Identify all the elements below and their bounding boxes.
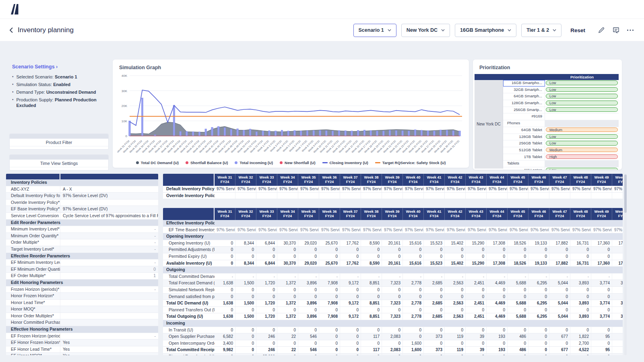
value-cell[interactable]: - [382, 274, 403, 280]
value-cell[interactable]: 15,290 [466, 240, 487, 247]
value-cell[interactable]: 5,688 [508, 300, 528, 306]
value-cell[interactable]: 0 [277, 294, 298, 300]
value-cell[interactable]: 0 [319, 247, 340, 253]
value-cell[interactable]: 0 [445, 287, 466, 293]
value-cell[interactable]: 0 [549, 327, 570, 333]
product-name-cell[interactable]: 32GB Smartph... [503, 87, 545, 93]
value-cell[interactable]: 0 [340, 327, 361, 333]
value-cell[interactable]: 546 [298, 347, 319, 353]
value-cell[interactable]: 25,670 [319, 240, 340, 247]
value-cell[interactable]: 0 [340, 340, 361, 347]
value-cell[interactable]: 0 [528, 354, 549, 355]
value-cell[interactable] [382, 193, 403, 199]
value-cell[interactable]: 97% Servi... [487, 186, 508, 192]
value-cell[interactable]: 3,601 [612, 280, 623, 286]
value-cell[interactable]: 0 [466, 307, 487, 313]
value-cell[interactable]: 0 [445, 247, 466, 253]
value-cell[interactable]: 0 [445, 253, 466, 260]
policy-value-cell[interactable] [60, 293, 158, 299]
value-cell[interactable]: 0 [319, 253, 340, 260]
value-cell[interactable]: 0 [298, 340, 319, 347]
back-button[interactable] [9, 27, 14, 33]
value-cell[interactable]: 0 [487, 294, 508, 300]
value-cell[interactable]: 97% Servi... [570, 186, 591, 192]
value-cell[interactable]: - [424, 274, 445, 280]
value-cell[interactable]: 246 [256, 347, 277, 353]
value-cell[interactable]: 0 [340, 247, 361, 253]
product-name-cell[interactable]: 11" Laptop [503, 167, 545, 170]
policy-value-cell[interactable] [60, 313, 158, 319]
value-cell[interactable]: 6,295 [528, 280, 549, 286]
value-cell[interactable]: 0 [591, 307, 612, 313]
product-filter-card[interactable]: Product Filter [9, 134, 109, 150]
value-cell[interactable]: 17,308 [487, 260, 508, 267]
value-cell[interactable]: 2,778 [403, 313, 424, 320]
policy-value-cell[interactable]: A - X [60, 186, 158, 193]
prioritization-value-cell[interactable]: Low [545, 107, 619, 113]
value-cell[interactable]: 0 [403, 307, 424, 313]
value-cell[interactable]: 95 [591, 333, 612, 340]
value-cell[interactable]: 97% Servi... [340, 186, 361, 192]
value-cell[interactable]: 17,360 [591, 240, 612, 247]
policy-value-cell[interactable] [60, 200, 158, 206]
value-cell[interactable]: 0 [298, 327, 319, 333]
value-cell[interactable]: - [487, 274, 508, 280]
value-cell[interactable]: 0 [612, 294, 623, 300]
value-cell[interactable]: 0 [319, 327, 340, 333]
value-cell[interactable]: 97% Servi... [403, 186, 424, 192]
value-cell[interactable]: 373 [424, 347, 445, 353]
value-cell[interactable]: 17,903 [612, 260, 623, 267]
filter-dropdown-1[interactable]: New York DC [401, 24, 450, 37]
product-name-cell[interactable]: 64GB Tablet [503, 127, 545, 134]
value-cell[interactable]: - [340, 274, 361, 280]
value-cell[interactable]: 0 [424, 340, 445, 347]
value-cell[interactable]: 2,700 [570, 340, 591, 347]
value-cell[interactable]: 0 [591, 294, 612, 300]
value-cell[interactable]: 0 [549, 287, 570, 293]
value-cell[interactable] [508, 193, 528, 199]
value-cell[interactable]: 22 [277, 333, 298, 340]
value-cell[interactable]: 8,851 [361, 313, 382, 320]
value-cell[interactable]: 97% Servi... [528, 227, 549, 233]
value-cell[interactable]: 2,685 [424, 280, 445, 286]
value-cell[interactable]: 97% Servi... [277, 227, 298, 233]
policy-value-cell[interactable]: - [60, 226, 158, 232]
value-cell[interactable]: 3,893 [570, 300, 591, 306]
policy-value-cell[interactable]: Yes [60, 339, 158, 346]
value-cell[interactable]: 0 [361, 340, 382, 347]
value-cell[interactable]: 97% Servi... [403, 227, 424, 233]
value-cell[interactable]: 0 [424, 253, 445, 260]
value-cell[interactable]: 0 [277, 287, 298, 293]
value-cell[interactable] [340, 193, 361, 199]
value-cell[interactable]: 5,044 [549, 280, 570, 286]
value-cell[interactable]: 17,762 [340, 240, 361, 247]
policy-value-cell[interactable]: Yes [60, 346, 158, 353]
prioritization-value-cell[interactable]: High [545, 154, 619, 160]
value-cell[interactable]: - [235, 274, 256, 280]
value-cell[interactable]: 1,372 [277, 313, 298, 320]
value-cell[interactable]: 1,372 [277, 280, 298, 286]
value-cell[interactable]: 0 [591, 340, 612, 347]
value-cell[interactable]: 0 [612, 307, 623, 313]
value-cell[interactable]: 97% Servi... [570, 227, 591, 233]
value-cell[interactable]: 6,295 [528, 300, 549, 306]
vertical-scrollbar[interactable] [624, 174, 627, 355]
value-cell[interactable]: 4,469 [487, 300, 508, 306]
value-cell[interactable]: - [215, 274, 235, 280]
value-cell[interactable]: 0 [403, 294, 424, 300]
value-cell[interactable]: 0 [591, 327, 612, 333]
value-cell[interactable]: 0 [215, 247, 235, 253]
value-cell[interactable]: 0 [528, 333, 549, 340]
value-cell[interactable]: 1,600 [403, 340, 424, 347]
value-cell[interactable] [466, 193, 487, 199]
value-cell[interactable]: 97% S... [612, 186, 623, 192]
value-cell[interactable] [424, 193, 445, 199]
value-cell[interactable]: 3,601 [612, 313, 623, 320]
value-cell[interactable]: 2,083 [382, 347, 403, 353]
value-cell[interactable]: 5,044 [549, 300, 570, 306]
policy-value-cell[interactable]: Cycle Service Level of 97% approximates … [60, 213, 158, 219]
value-cell[interactable]: 97% Servi... [319, 186, 340, 192]
value-cell[interactable]: 2,563 [445, 300, 466, 306]
value-cell[interactable]: 30,370 [277, 240, 298, 247]
value-cell[interactable] [403, 193, 424, 199]
